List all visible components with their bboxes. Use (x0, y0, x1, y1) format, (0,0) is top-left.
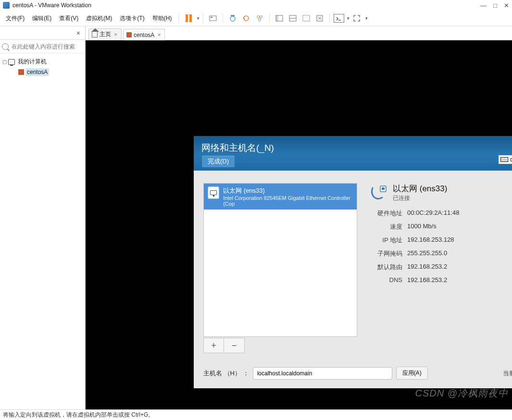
svg-rect-12 (303, 15, 310, 21)
speed-value: 1000 Mb/s (407, 222, 512, 231)
snapshot-revert-button[interactable] (240, 12, 252, 24)
library-search-input[interactable] (11, 43, 85, 50)
window-titlebar: centosA - VMware Workstation — □ ✕ (0, 0, 512, 11)
power-dropdown[interactable]: ▼ (196, 16, 200, 21)
view-thumbnail-button[interactable] (300, 12, 312, 24)
detail-interface-name: 以太网 (ens33) (393, 183, 447, 194)
snapshot-manager-button[interactable] (254, 12, 265, 24)
svg-rect-0 (210, 16, 216, 21)
ethernet-large-icon (369, 183, 388, 202)
home-icon (92, 32, 98, 37)
stretch-guest-button[interactable] (351, 12, 362, 24)
maximize-button[interactable]: □ (493, 2, 497, 9)
mask-value: 255.255.255.0 (407, 249, 512, 258)
installer-brand: CENTOS 7 安装 (499, 142, 512, 150)
vm-icon (126, 32, 132, 37)
ip-value: 192.168.253.128 (407, 236, 512, 245)
mask-label: 子网掩码 (370, 249, 402, 258)
tab-centosa[interactable]: centosA × (123, 29, 165, 40)
current-hostname-label: 当前主机名 ： (503, 369, 512, 378)
tab-centosa-label: centosA (134, 32, 154, 38)
svg-rect-1 (211, 17, 212, 18)
add-interface-button[interactable]: + (204, 338, 224, 353)
stretch-dropdown[interactable]: ▼ (364, 16, 368, 21)
tree-root-label: 我的计算机 (16, 57, 48, 66)
svg-rect-9 (276, 15, 278, 21)
centos-installer-window: 网络和主机名(_N) 完成(D) CENTOS 7 安装 cn 帮助！ (194, 136, 512, 388)
interface-desc: Intel Corporation 82545EM Gigabit Ethern… (223, 195, 353, 207)
tab-bar: 主页 × centosA × (86, 26, 512, 40)
svg-point-2 (230, 16, 235, 21)
interface-name: 以太网 (ens33) (223, 186, 353, 195)
svg-point-6 (260, 16, 262, 18)
tree-vm-label: centosA (25, 68, 49, 76)
hostname-input[interactable] (253, 367, 392, 380)
keyboard-lang: cn (510, 156, 512, 163)
done-button[interactable]: 完成(D) (201, 155, 235, 168)
app-icon (3, 2, 10, 9)
svg-rect-3 (231, 15, 235, 16)
vm-console[interactable]: CSDN @冷枫雨夜中 网络和主机名(_N) 完成(D) CENTOS 7 安装… (86, 40, 512, 409)
tree-root-my-computer[interactable]: ▢ 我的计算机 (2, 56, 83, 67)
close-button[interactable]: ✕ (504, 2, 509, 9)
computer-icon (8, 59, 15, 65)
network-interface-list[interactable]: 以太网 (ens33) Intel Corporation 82545EM Gi… (203, 183, 357, 337)
watermark: CSDN @冷枫雨夜中 (415, 387, 508, 400)
library-sidebar: × ▼ ▢ 我的计算机 centosA (0, 26, 86, 409)
menu-help[interactable]: 帮助(H) (149, 12, 176, 25)
snapshot-take-button[interactable] (227, 12, 238, 24)
view-console-button[interactable] (287, 12, 299, 24)
menu-tabs[interactable]: 选项卡(T) (116, 12, 148, 25)
enter-fullscreen-button[interactable] (334, 14, 344, 23)
network-interface-item[interactable]: 以太网 (ens33) Intel Corporation 82545EM Gi… (204, 184, 357, 210)
tab-home-close[interactable]: × (113, 31, 118, 38)
hwaddr-label: 硬件地址 (370, 209, 402, 218)
hwaddr-value: 00:0C:29:2A:11:48 (407, 209, 512, 218)
keyboard-icon (500, 157, 508, 162)
minimize-button[interactable]: — (480, 2, 487, 9)
tree-vm-centosa[interactable]: centosA (2, 67, 83, 77)
installer-title: 网络和主机名(_N) (201, 142, 274, 154)
library-tree: ▢ 我的计算机 centosA (0, 53, 85, 80)
svg-rect-16 (382, 187, 385, 190)
detail-status: 已连接 (393, 194, 447, 202)
svg-point-5 (257, 16, 260, 18)
tab-centosa-close[interactable]: × (156, 32, 162, 38)
dns-label: DNS (370, 276, 402, 284)
hostname-label: 主机名 （H） ： (203, 369, 249, 378)
menu-vm[interactable]: 虚拟机(M) (82, 12, 116, 25)
view-single-button[interactable] (274, 12, 285, 24)
menu-file[interactable]: 文件(F) (2, 12, 28, 25)
remove-interface-button[interactable]: − (224, 338, 244, 353)
network-details-grid: 硬件地址 00:0C:29:2A:11:48 速度 1000 Mb/s IP 地… (370, 209, 512, 284)
search-icon (2, 43, 9, 50)
collapse-icon[interactable]: ▢ (2, 59, 7, 64)
apply-hostname-button[interactable]: 应用(A) (396, 367, 428, 380)
speed-label: 速度 (370, 222, 402, 231)
gw-label: 默认路由 (370, 263, 402, 272)
menu-view[interactable]: 查看(V) (55, 12, 82, 25)
view-unity-button[interactable] (314, 12, 325, 24)
sidebar-tab-label (2, 30, 3, 36)
svg-point-7 (259, 19, 261, 21)
menubar: 文件(F) 编辑(E) 查看(V) 虚拟机(M) 选项卡(T) 帮助(H) ▼ … (0, 11, 512, 26)
fullscreen-dropdown[interactable]: ▼ (346, 16, 350, 21)
keyboard-indicator[interactable]: cn (499, 155, 512, 164)
sidebar-close-button[interactable]: × (74, 29, 83, 37)
send-ctrl-alt-del-button[interactable] (207, 12, 219, 24)
suspend-button[interactable] (183, 12, 194, 24)
installer-header: 网络和主机名(_N) 完成(D) CENTOS 7 安装 cn 帮助！ (194, 136, 512, 171)
dns-value: 192.168.253.2 (407, 276, 512, 284)
ip-label: IP 地址 (370, 236, 402, 245)
tab-home[interactable]: 主页 × (88, 28, 122, 40)
status-bar: 将输入定向到该虚拟机，请在虚拟机内部单击或按 Ctrl+G。 (0, 409, 512, 420)
window-title: centosA - VMware Workstation (12, 2, 91, 9)
ethernet-icon (208, 186, 219, 199)
menu-edit[interactable]: 编辑(E) (28, 12, 55, 25)
vm-icon (18, 69, 24, 75)
tab-home-label: 主页 (100, 30, 111, 38)
status-text: 将输入定向到该虚拟机，请在虚拟机内部单击或按 Ctrl+G。 (3, 411, 154, 419)
gw-value: 192.168.253.2 (407, 263, 512, 272)
